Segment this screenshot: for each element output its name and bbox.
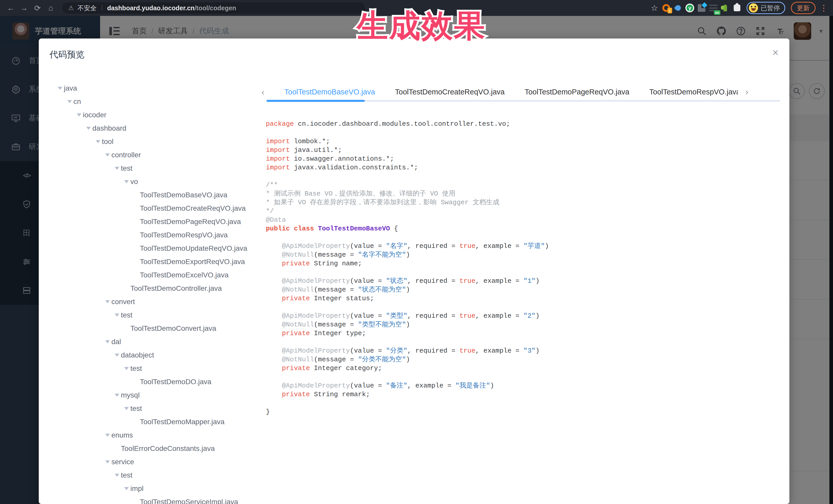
tree-label: service (111, 458, 134, 466)
tree-folder-item[interactable]: dashboard (49, 122, 265, 135)
code-line: public class ToolTestDemoBaseVO { (266, 224, 774, 233)
tree-file-item[interactable]: ToolTestDemoPageReqVO.java (49, 215, 265, 229)
code-line: @NotNull(message = "名字不能为空") (266, 250, 774, 259)
browser-menu-icon[interactable]: ⋮ (820, 3, 828, 13)
code-line (266, 128, 774, 137)
code-line: private String name; (266, 259, 774, 268)
tree-folder-item[interactable]: java (49, 81, 265, 95)
extension-list-icon[interactable]: on (709, 3, 718, 13)
close-icon[interactable]: × (772, 47, 779, 58)
tree-file-item[interactable]: ToolTestDemoConvert.java (49, 322, 265, 335)
tree-file-item[interactable]: ToolTestDemoMapper.java (49, 415, 265, 429)
extension-green-icon[interactable]: y (685, 3, 695, 13)
code-line: @ApiModelProperty(value = "类型", required… (266, 312, 774, 320)
tree-folder-item[interactable]: service (49, 455, 265, 469)
tree-file-item[interactable]: ToolTestDemoUpdateReqVO.java (49, 242, 265, 255)
tree-folder-item[interactable]: dataobject (49, 349, 265, 362)
tree-folder-item[interactable]: test (49, 309, 265, 322)
window-edge-strip (829, 16, 833, 504)
code-line: } (266, 408, 774, 416)
annotation-headline: 生成效果 生成效果 (357, 5, 486, 47)
code-viewer[interactable]: package cn.iocoder.dashboard.modules.too… (266, 120, 774, 504)
code-line: import lombok.*; (266, 137, 774, 146)
tree-label: ToolTestDemoDO.java (140, 378, 211, 386)
tree-folder-item[interactable]: dal (49, 335, 265, 349)
tree-file-item[interactable]: ToolTestDemoExportReqVO.java (49, 255, 265, 268)
profile-paused-chip[interactable]: 已暂停 (746, 2, 785, 14)
tab-base-vo[interactable]: ToolTestDemoBaseVO.java (284, 88, 375, 96)
dialog-title: 代码预览 (50, 49, 85, 61)
tree-folder-item[interactable]: enums (49, 429, 265, 442)
tree-file-item[interactable]: ToolTestDemoExcelVO.java (49, 268, 265, 282)
tree-label: dal (111, 338, 121, 346)
tab-create-req-vo[interactable]: ToolTestDemoCreateReqVO.java (395, 88, 504, 96)
tree-folder-item[interactable]: tool (49, 135, 265, 148)
tree-folder-item[interactable]: controller (49, 148, 265, 162)
tree-file-item[interactable]: ToolTestDemoCreateReqVO.java (49, 202, 265, 215)
extensions-puzzle-icon[interactable] (732, 3, 742, 13)
code-line: * 如果子 VO 存在差异的字段，请不要添加到这里，影响 Swagger 文档生… (266, 198, 774, 207)
tree-file-item[interactable]: ToolTestDemoServiceImpl.java (49, 495, 265, 504)
tree-label: ToolErrorCodeConstants.java (121, 445, 215, 453)
tabs-scroll-left-icon[interactable]: ‹ (262, 87, 264, 97)
tree-folder-item[interactable]: test (49, 162, 265, 175)
tree-folder-item[interactable]: cn (49, 95, 265, 108)
tree-label: ToolTestDemoExcelVO.java (140, 271, 229, 279)
tree-label: dashboard (92, 124, 126, 133)
tree-folder-item[interactable]: vo (49, 175, 265, 188)
code-line: import io.swagger.annotations.*; (266, 154, 774, 163)
tab-resp-vo[interactable]: ToolTestDemoRespVO.java (649, 88, 738, 96)
tree-label: java (64, 84, 77, 92)
tree-label: ToolTestDemoUpdateReqVO.java (140, 244, 247, 253)
code-line: */ (266, 207, 774, 216)
chrome-update-button[interactable]: 更新 (791, 2, 815, 14)
forward-icon[interactable]: → (19, 2, 30, 14)
file-tree: javacniocoderdashboardtoolcontrollertest… (49, 81, 265, 504)
tree-label: ToolTestDemoRespVO.java (140, 231, 228, 239)
code-line (266, 373, 774, 381)
tree-label: test (121, 311, 133, 319)
url-text: dashboard.yudao.iocoder.cn/tool/codegen (107, 4, 236, 12)
tabs-scroll-right-icon[interactable]: › (745, 87, 748, 97)
tree-file-item[interactable]: ToolTestDemoRespVO.java (49, 229, 265, 242)
tree-label: impl (130, 484, 143, 493)
tree-label: vo (130, 177, 138, 186)
code-line: @Data (266, 216, 774, 224)
address-bar[interactable]: ⚠ 不安全 dashboard.yudao.iocoder.cn/tool/co… (62, 2, 365, 14)
tab-page-req-vo[interactable]: ToolTestDemoPageReqVO.java (525, 88, 629, 96)
code-line: @ApiModelProperty(value = "分类", required… (266, 346, 774, 355)
extension-squares-icon[interactable] (697, 3, 707, 13)
tree-file-item[interactable]: ToolTestDemoBaseVO.java (49, 188, 265, 202)
tree-folder-item[interactable]: impl (49, 482, 265, 495)
tree-file-item[interactable]: ToolTestDemoDO.java (49, 375, 265, 388)
tree-label: ToolTestDemoConvert.java (130, 325, 216, 333)
tree-label: test (121, 471, 133, 479)
tree-label: convert (111, 298, 135, 306)
home-icon[interactable]: ⌂ (45, 2, 56, 14)
bookmark-star-icon[interactable]: ☆ (649, 3, 659, 13)
extension-plant-icon[interactable] (720, 3, 730, 13)
code-line (266, 399, 774, 408)
tree-label: cn (73, 97, 81, 106)
tree-label: ToolTestDemoExportReqVO.java (140, 258, 245, 266)
tree-file-item[interactable]: ToolTestDemoController.java (49, 282, 265, 295)
reload-icon[interactable]: ⟳ (32, 2, 43, 14)
tree-folder-item[interactable]: convert (49, 295, 265, 309)
extension-orange-icon[interactable]: 1 (661, 3, 671, 13)
back-icon[interactable]: ← (5, 2, 17, 14)
extension-drop-icon[interactable] (673, 3, 683, 13)
file-tabs: ‹ ToolTestDemoBaseVO.java ToolTestDemoCr… (262, 86, 738, 98)
tree-file-item[interactable]: ToolErrorCodeConstants.java (49, 442, 265, 455)
code-line: private String remark; (266, 390, 774, 399)
tree-folder-item[interactable]: test (49, 469, 265, 482)
tree-folder-item[interactable]: test (49, 402, 265, 415)
code-line (266, 303, 774, 312)
tree-label: tool (102, 138, 114, 146)
profile-avatar-emoji (749, 3, 758, 13)
tree-folder-item[interactable]: iocoder (49, 108, 265, 122)
tree-folder-item[interactable]: mysql (49, 388, 265, 402)
tree-label: ToolTestDemoPageReqVO.java (140, 218, 241, 226)
tree-folder-item[interactable]: test (49, 362, 265, 375)
not-secure-label: 不安全 (77, 4, 97, 12)
code-line (266, 233, 774, 242)
